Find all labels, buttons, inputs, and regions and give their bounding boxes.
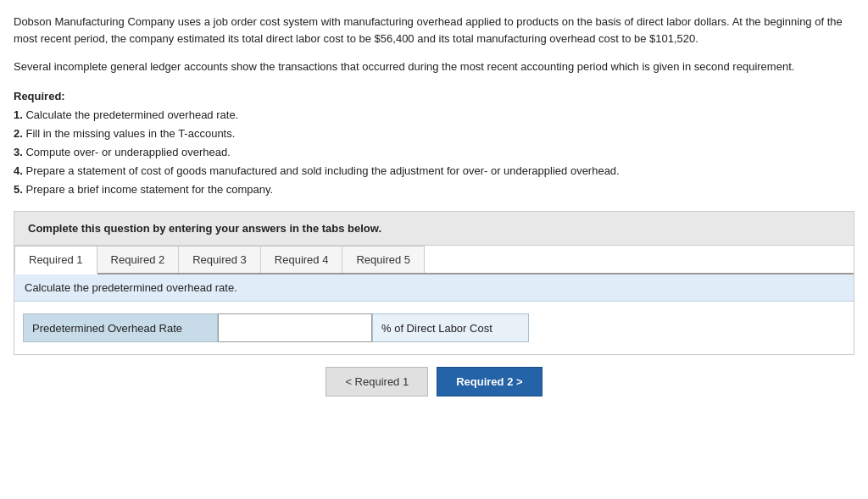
intro-paragraph1: Dobson Manufacturing Company uses a job … xyxy=(14,14,854,47)
answer-row-wrapper: Predetermined Overhead Rate % of Direct … xyxy=(14,302,854,354)
overhead-rate-input[interactable] xyxy=(218,313,372,342)
overhead-rate-label: Predetermined Overhead Rate xyxy=(23,313,218,342)
req-item-4: 4. Prepare a statement of cost of goods … xyxy=(14,162,854,180)
tabs-container: Required 1 Required 2 Required 3 Require… xyxy=(14,246,854,355)
required-section: Required: 1. Calculate the predetermined… xyxy=(14,87,854,200)
tab-content: Calculate the predetermined overhead rat… xyxy=(14,274,854,354)
prev-button[interactable]: < Required 1 xyxy=(326,367,428,396)
tab-required5[interactable]: Required 5 xyxy=(342,246,425,273)
req-item-3: 3. Compute over- or underapplied overhea… xyxy=(14,143,854,162)
tab-required1[interactable]: Required 1 xyxy=(14,246,97,274)
required-title: Required: xyxy=(14,87,854,106)
tab-required2[interactable]: Required 2 xyxy=(97,246,180,273)
nav-buttons: < Required 1 Required 2 > xyxy=(14,355,854,400)
req-item-2: 2. Fill in the missing values in the T-a… xyxy=(14,125,854,143)
tab-required3[interactable]: Required 3 xyxy=(178,246,261,273)
overhead-rate-unit: % of Direct Labor Cost xyxy=(372,313,529,342)
next-button[interactable]: Required 2 > xyxy=(437,367,542,396)
tab-required4[interactable]: Required 4 xyxy=(260,246,343,273)
tabs-row: Required 1 Required 2 Required 3 Require… xyxy=(14,246,854,274)
intro-paragraph2: Several incomplete general ledger accoun… xyxy=(14,58,854,75)
tab-instruction: Calculate the predetermined overhead rat… xyxy=(14,274,854,302)
instruction-box: Complete this question by entering your … xyxy=(14,211,854,246)
req-item-5: 5. Prepare a brief income statement for … xyxy=(14,180,854,199)
answer-row: Predetermined Overhead Rate % of Direct … xyxy=(23,307,845,349)
req-item-1: 1. Calculate the predetermined overhead … xyxy=(14,106,854,125)
